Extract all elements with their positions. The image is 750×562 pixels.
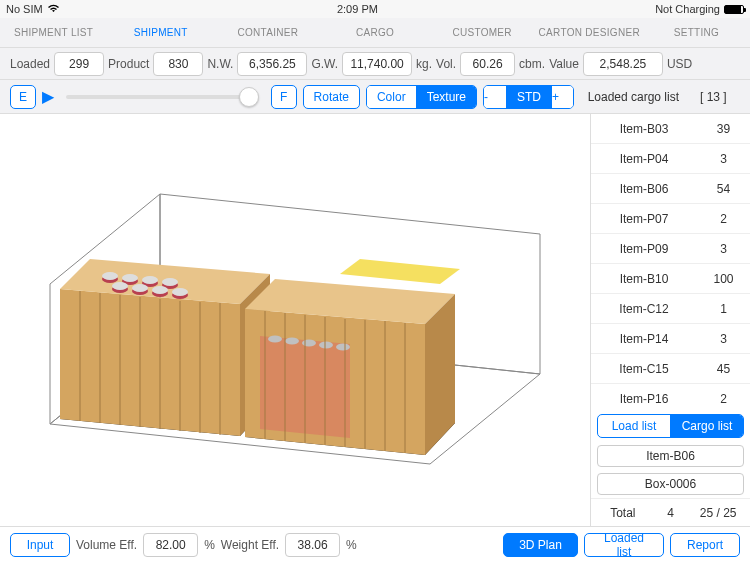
tab-cargo[interactable]: CARGO bbox=[321, 18, 428, 47]
selected-box[interactable]: Box-0006 bbox=[597, 473, 744, 495]
item-name: Item-P04 bbox=[591, 152, 697, 166]
zoom-segment: - STD + bbox=[483, 85, 574, 109]
selected-item[interactable]: Item-B06 bbox=[597, 445, 744, 467]
loaded-label: Loaded bbox=[10, 57, 50, 71]
f-button[interactable]: F bbox=[271, 85, 297, 109]
item-name: Item-B06 bbox=[591, 182, 697, 196]
zoom-plus[interactable]: + bbox=[551, 86, 573, 108]
item-qty: 1 bbox=[697, 302, 750, 316]
list-item[interactable]: Item-P143 bbox=[591, 324, 750, 354]
item-qty: 39 bbox=[697, 122, 750, 136]
slider[interactable] bbox=[66, 95, 259, 99]
control-row: E ▶ F Rotate Color Texture - STD + Loade… bbox=[0, 80, 750, 114]
slider-thumb[interactable] bbox=[239, 87, 259, 107]
svg-point-19 bbox=[102, 272, 118, 280]
item-qty: 3 bbox=[697, 332, 750, 346]
wt-eff-value[interactable]: 38.06 bbox=[285, 533, 340, 557]
value-label: Value bbox=[549, 57, 579, 71]
sidebar: Item-B0339Item-P043Item-B0654Item-P072It… bbox=[590, 114, 750, 526]
svg-point-30 bbox=[285, 338, 299, 345]
svg-point-32 bbox=[319, 342, 333, 349]
gw-label: G.W. bbox=[311, 57, 338, 71]
item-qty: 100 bbox=[697, 272, 750, 286]
cbm-label: cbm. bbox=[519, 57, 545, 71]
svg-point-26 bbox=[172, 288, 188, 296]
list-item[interactable]: Item-B10100 bbox=[591, 264, 750, 294]
item-name: Item-C12 bbox=[591, 302, 697, 316]
cargo-list-option[interactable]: Cargo list bbox=[670, 415, 743, 437]
tab-customer[interactable]: CUSTOMER bbox=[429, 18, 536, 47]
zoom-minus[interactable]: - bbox=[484, 86, 506, 108]
color-option[interactable]: Color bbox=[367, 86, 416, 108]
item-qty: 3 bbox=[697, 242, 750, 256]
tab-shipment-list[interactable]: SHIPMENT LIST bbox=[0, 18, 107, 47]
wifi-icon bbox=[47, 3, 60, 15]
total-count: 4 bbox=[647, 506, 695, 520]
vol-value[interactable]: 60.26 bbox=[460, 52, 515, 76]
list-item[interactable]: Item-C1545 bbox=[591, 354, 750, 384]
loaded-list-button[interactable]: Loaded list bbox=[584, 533, 664, 557]
list-item[interactable]: Item-B0654 bbox=[591, 174, 750, 204]
product-value[interactable]: 830 bbox=[153, 52, 203, 76]
tab-shipment[interactable]: SHIPMENT bbox=[107, 18, 214, 47]
svg-point-22 bbox=[162, 278, 178, 286]
nw-label: N.W. bbox=[207, 57, 233, 71]
usd-label: USD bbox=[667, 57, 692, 71]
battery-icon bbox=[724, 5, 744, 14]
nw-value[interactable]: 6,356.25 bbox=[237, 52, 307, 76]
list-item[interactable]: Item-B0339 bbox=[591, 114, 750, 144]
tab-setting[interactable]: SETTING bbox=[643, 18, 750, 47]
cargo-list-header: Loaded cargo list bbox=[580, 90, 687, 104]
item-name: Item-C15 bbox=[591, 362, 697, 376]
input-button[interactable]: Input bbox=[10, 533, 70, 557]
sim-status: No SIM bbox=[6, 3, 43, 15]
texture-option[interactable]: Texture bbox=[416, 86, 476, 108]
container-3d-icon bbox=[40, 174, 550, 474]
list-item[interactable]: Item-P093 bbox=[591, 234, 750, 264]
value-value[interactable]: 2,548.25 bbox=[583, 52, 663, 76]
nav-tabs: SHIPMENT LISTSHIPMENTCONTAINERCARGOCUSTO… bbox=[0, 18, 750, 48]
svg-point-33 bbox=[336, 344, 350, 351]
vol-eff-value[interactable]: 82.00 bbox=[143, 533, 198, 557]
list-item[interactable]: Item-C121 bbox=[591, 294, 750, 324]
svg-point-29 bbox=[268, 336, 282, 343]
loaded-value[interactable]: 299 bbox=[54, 52, 104, 76]
total-row: Total 4 25 / 25 bbox=[591, 498, 750, 526]
item-name: Item-B03 bbox=[591, 122, 697, 136]
cargo-count: [ 13 ] bbox=[687, 90, 740, 104]
list-item[interactable]: Item-P043 bbox=[591, 144, 750, 174]
clock: 2:09 PM bbox=[337, 3, 378, 15]
3d-canvas[interactable] bbox=[0, 114, 590, 526]
item-name: Item-P07 bbox=[591, 212, 697, 226]
e-button[interactable]: E bbox=[10, 85, 36, 109]
svg-point-23 bbox=[112, 282, 128, 290]
total-label: Total bbox=[599, 506, 647, 520]
zoom-std[interactable]: STD bbox=[506, 86, 551, 108]
svg-point-31 bbox=[302, 340, 316, 347]
list-mode-segment: Load list Cargo list bbox=[597, 414, 744, 438]
item-name: Item-B10 bbox=[591, 272, 697, 286]
list-item[interactable]: Item-P162 bbox=[591, 384, 750, 410]
load-list-option[interactable]: Load list bbox=[598, 415, 670, 437]
svg-point-21 bbox=[142, 276, 158, 284]
vol-eff-label: Volume Eff. bbox=[76, 538, 137, 552]
gw-value[interactable]: 11,740.00 bbox=[342, 52, 412, 76]
report-button[interactable]: Report bbox=[670, 533, 740, 557]
pct1: % bbox=[204, 538, 215, 552]
item-qty: 54 bbox=[697, 182, 750, 196]
3d-plan-button[interactable]: 3D Plan bbox=[503, 533, 578, 557]
tab-carton-designer[interactable]: CARTON DESIGNER bbox=[536, 18, 643, 47]
item-name: Item-P09 bbox=[591, 242, 697, 256]
item-qty: 2 bbox=[697, 392, 750, 406]
item-qty: 3 bbox=[697, 152, 750, 166]
cargo-list[interactable]: Item-B0339Item-P043Item-B0654Item-P072It… bbox=[591, 114, 750, 410]
rotate-button[interactable]: Rotate bbox=[303, 85, 360, 109]
svg-point-25 bbox=[152, 286, 168, 294]
total-pages: 25 / 25 bbox=[694, 506, 742, 520]
item-qty: 2 bbox=[697, 212, 750, 226]
svg-point-24 bbox=[132, 284, 148, 292]
tab-container[interactable]: CONTAINER bbox=[214, 18, 321, 47]
play-icon[interactable]: ▶ bbox=[42, 87, 54, 106]
list-item[interactable]: Item-P072 bbox=[591, 204, 750, 234]
item-name: Item-P16 bbox=[591, 392, 697, 406]
